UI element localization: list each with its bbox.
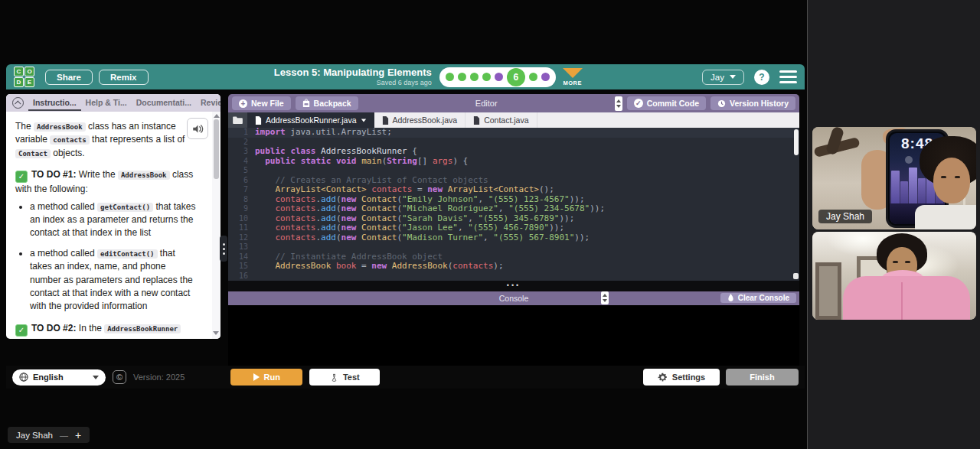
- code-token: ();: [539, 185, 554, 195]
- code-token: Contact: [361, 233, 397, 243]
- participant-video-1[interactable]: 8:48: [812, 127, 976, 229]
- editor-scrollbar-button[interactable]: [793, 273, 799, 279]
- file-tab-label: AddressBook.java: [393, 116, 458, 125]
- hamburger-menu-icon[interactable]: [779, 70, 797, 83]
- hoodie-zipper: [901, 282, 903, 320]
- language-select[interactable]: English: [12, 369, 106, 386]
- code-token: .: [315, 204, 321, 214]
- code-token: contacts: [371, 185, 412, 195]
- minus-icon[interactable]: —: [60, 431, 68, 440]
- scrollbar-thumb[interactable]: [214, 119, 219, 179]
- scroll-up-icon[interactable]: [214, 114, 220, 118]
- remix-button[interactable]: Remix: [99, 70, 149, 85]
- check-icon: ✓: [15, 324, 28, 337]
- code-token: AddressBook: [392, 262, 448, 272]
- copyright-icon[interactable]: ©: [113, 370, 126, 384]
- editor-toolbar: + New File Backpack Editor ✓ Commit Code…: [228, 94, 799, 112]
- logo-letter: O: [24, 67, 34, 76]
- help-button[interactable]: ?: [754, 70, 769, 85]
- code-token: (: [336, 233, 341, 243]
- commit-code-button[interactable]: ✓ Commit Code: [627, 96, 706, 110]
- clear-console-button[interactable]: Clear Console: [720, 293, 796, 303]
- version-history-button[interactable]: Version History: [710, 96, 795, 110]
- plus-icon[interactable]: +: [75, 429, 81, 441]
- backpack-button[interactable]: Backpack: [296, 96, 358, 110]
- progress-dot[interactable]: [458, 73, 466, 81]
- test-button[interactable]: Test: [309, 369, 380, 386]
- file-tab-3[interactable]: Contact.java: [466, 112, 537, 128]
- file-tab-1[interactable]: AddressBookRunner.java: [247, 112, 374, 128]
- progress-dot[interactable]: [529, 73, 537, 81]
- line-number: 13: [228, 242, 255, 252]
- code-line: 1import java.util.ArrayList;: [228, 128, 799, 138]
- settings-button[interactable]: Settings: [643, 369, 720, 386]
- line-number: 3: [228, 147, 255, 157]
- code-token: [255, 204, 276, 214]
- panel-drag-handle[interactable]: [220, 236, 227, 262]
- code-token: [255, 262, 276, 272]
- code-token: [356, 204, 361, 214]
- code-line: 13: [228, 242, 799, 252]
- collapse-panel-icon[interactable]: [12, 97, 24, 109]
- participant-video-2[interactable]: [812, 232, 976, 320]
- code-editor[interactable]: 1import java.util.ArrayList;23public cla…: [228, 128, 799, 281]
- instructions-scrollbar[interactable]: [212, 112, 220, 339]
- console-header: Console Clear Console: [228, 291, 799, 305]
- whiteboard-tab[interactable]: Jay Shah — +: [8, 427, 90, 443]
- chevron-down-icon: [93, 376, 99, 379]
- chevron-down-icon: [730, 75, 736, 79]
- console-scroll-spinner[interactable]: [601, 291, 609, 304]
- sidebar-tab-2[interactable]: Help & Ti...: [81, 95, 132, 111]
- file-tabbar: AddressBookRunner.javaAddressBook.javaCo…: [228, 112, 799, 128]
- editor-scrollbar-thumb[interactable]: [794, 129, 799, 155]
- progress-dot[interactable]: [541, 73, 550, 81]
- list-item: a method called getContact() that takes …: [30, 200, 198, 240]
- progress-dot[interactable]: [495, 73, 503, 81]
- check-circle-icon: ✓: [634, 99, 643, 108]
- sidebar-tab-3[interactable]: Documentati...: [132, 95, 196, 111]
- file-tab-2[interactable]: AddressBook.java: [374, 112, 466, 128]
- code-token: ,: [483, 233, 493, 243]
- user-menu-button[interactable]: Jay: [702, 70, 744, 85]
- folder-icon[interactable]: [228, 112, 247, 128]
- new-file-button[interactable]: + New File: [232, 96, 291, 110]
- code-token: ,: [498, 204, 508, 214]
- language-value: English: [33, 373, 88, 382]
- line-number: 14: [228, 252, 255, 262]
- code-token: static: [301, 157, 332, 167]
- sidebar-tab-1[interactable]: Instructio...: [28, 95, 81, 111]
- line-number: 6: [228, 176, 255, 186]
- run-button[interactable]: Run: [230, 369, 302, 386]
- code-token: contacts: [276, 223, 316, 233]
- progress-dot[interactable]: [446, 73, 454, 81]
- code-token: contacts: [276, 204, 316, 214]
- commit-code-label: Commit Code: [647, 99, 699, 108]
- saved-status: Saved 6 days ago: [274, 79, 432, 86]
- lesson-title: Lesson 5: Manipulating Elements: [274, 67, 432, 79]
- more-dropdown[interactable]: MORE: [563, 68, 583, 86]
- share-button[interactable]: Share: [45, 70, 93, 85]
- screen-share-stage: CODE Share Remix Lesson 5: Manipulating …: [0, 0, 980, 449]
- inline-code: AddressBook: [118, 171, 170, 180]
- code-token: ));: [590, 204, 605, 214]
- file-tabs: AddressBookRunner.javaAddressBook.javaCo…: [247, 112, 537, 128]
- sidebar-tab-4[interactable]: Revie...: [196, 95, 220, 111]
- editor-title: Editor: [363, 99, 610, 108]
- code-token: void: [336, 157, 357, 167]
- inline-code: AddressBook: [34, 122, 86, 132]
- line-number: 15: [228, 262, 255, 272]
- progress-dot[interactable]: 6: [507, 68, 525, 86]
- progress-dot[interactable]: [470, 73, 479, 81]
- line-number: 1: [228, 128, 255, 138]
- code-token: [356, 223, 361, 233]
- progress-dot[interactable]: [482, 73, 491, 81]
- code-token: [356, 233, 361, 243]
- code-token: AddressBookRunner: [316, 147, 413, 157]
- console-drag-handle[interactable]: •••: [228, 281, 799, 291]
- scroll-down-icon[interactable]: [213, 331, 219, 335]
- editor-scroll-spinner[interactable]: [615, 96, 622, 111]
- text-to-speech-icon[interactable]: [187, 118, 208, 139]
- finish-button[interactable]: Finish: [726, 369, 799, 386]
- plus-icon: +: [239, 99, 247, 108]
- code-token: .: [315, 233, 321, 243]
